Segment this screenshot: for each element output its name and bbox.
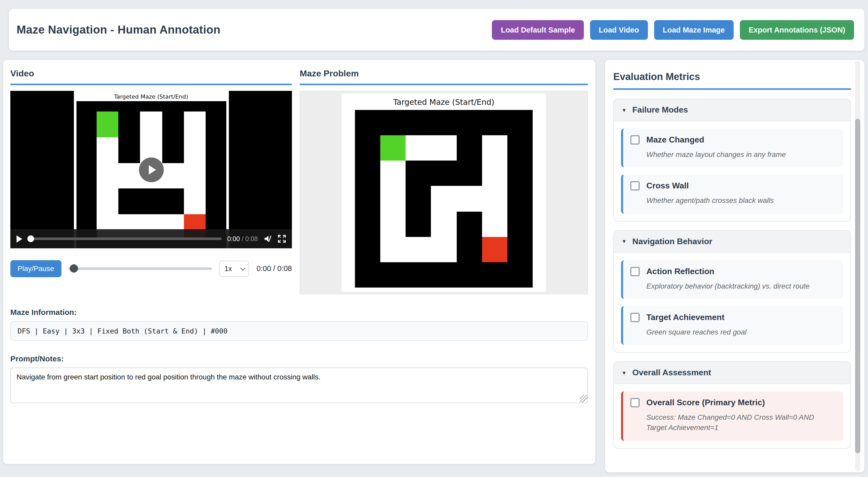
header-buttons: Load Default Sample Load Video Load Maze… [492,20,854,39]
collapse-triangle-icon: ▼ [622,370,627,376]
action-reflection-checkbox[interactable] [630,267,640,276]
chevron-down-icon [241,265,246,270]
metric-description: Whether agent/path crosses black walls [646,195,836,206]
maze-problem-figure: Targeted Maze (Start/End) [342,94,546,292]
metric-label: Target Achievement [646,313,724,322]
maze-problem-box: Targeted Maze (Start/End) [300,91,588,294]
cross-wall-checkbox[interactable] [630,181,640,191]
metric-description: Whether maze layout changes in any frame [646,149,836,160]
metric-description: Green square reaches red goal [646,327,836,337]
maze-figure-title: Targeted Maze (Start/End) [393,96,494,110]
seek-slider-thumb[interactable] [70,264,78,273]
section-title: Overall Assessment [632,368,711,377]
load-video-button[interactable]: Load Video [590,20,648,39]
video-control-bar: 0:00 / 0:08 [10,229,292,248]
maze-problem-graphic [355,110,533,287]
prompt-notes-textarea[interactable]: Navigate from green start position to re… [10,368,588,403]
section-header-overall-assessment[interactable]: ▼ Overall Assessment [614,362,850,384]
overall-score-checkbox[interactable] [630,398,640,407]
play-icon[interactable] [17,235,22,242]
metric-label: Action Reflection [646,267,714,276]
metric-label: Cross Wall [646,181,689,191]
header-bar: Maze Navigation - Human Annotation Load … [9,9,864,50]
maze-information-value: DFS | Easy | 3x3 | Fixed Both (Start & E… [10,321,588,341]
prompt-notes-label: Prompt/Notes: [10,354,588,363]
video-duration: 0:08 [245,235,258,242]
section-header-navigation-behavior[interactable]: ▼ Navigation Behavior [614,231,850,253]
play-icon [149,165,156,174]
metric-item-cross-wall: Cross Wall Whether agent/path crosses bl… [621,175,843,214]
section-overall-assessment: ▼ Overall Assessment Overall Score (Prim… [613,361,851,448]
section-body: Overall Score (Primary Metric) Success: … [614,384,850,448]
video-panel-underline [10,83,292,85]
metrics-scrollbar-track[interactable] [855,61,860,471]
section-title: Failure Modes [632,105,688,114]
video-play-overlay-button[interactable] [139,157,163,182]
metric-label: Maze Changed [646,135,704,144]
fullscreen-icon[interactable] [278,235,286,243]
maze-changed-checkbox[interactable] [630,135,640,144]
evaluation-metrics-underline [613,88,851,90]
metric-item-target-achievement: Target Achievement Green square reaches … [621,306,843,345]
metric-description: Exploratory behavior (backtracking) vs. … [646,280,836,291]
section-body: Maze Changed Whether maze layout changes… [614,121,850,221]
collapse-triangle-icon: ▼ [622,238,627,244]
time-separator: / [242,235,243,242]
playback-speed-select[interactable]: 1x [219,261,249,276]
collapse-triangle-icon: ▼ [622,107,627,113]
section-title: Navigation Behavior [632,237,712,246]
mute-icon[interactable] [264,234,272,243]
play-pause-button[interactable]: Play/Pause [10,260,61,277]
video-time-display: 0:00 / 0:08 [227,235,258,242]
playback-controls-row: Play/Pause 1x 0:00 / 0:08 [10,260,292,277]
target-achievement-checkbox[interactable] [630,313,640,322]
seek-slider-track [69,267,212,270]
load-maze-image-button[interactable]: Load Maze Image [654,20,734,39]
metrics-scrollbar-thumb[interactable] [855,119,860,453]
metric-description: Success: Maze Changed=0 AND Cross Wall=0… [646,412,836,433]
video-player[interactable]: Targeted Maze (Start/End) 0:00 / 0:08 [10,91,292,248]
video-panel-title: Video [10,67,292,79]
export-annotations-button[interactable]: Export Annotations (JSON) [740,20,854,39]
video-panel: Video Targeted Maze (Start/End) [10,67,292,294]
video-figure-title: Targeted Maze (Start/End) [76,92,226,101]
metric-label: Overall Score (Primary Metric) [646,398,765,407]
section-navigation-behavior: ▼ Navigation Behavior Action Reflection … [613,230,851,352]
maze-problem-title: Maze Problem [300,67,588,79]
evaluation-metrics-title: Evaluation Metrics [613,68,851,82]
metric-item-action-reflection: Action Reflection Exploratory behavior (… [621,260,843,299]
playback-speed-value: 1x [224,265,232,272]
load-default-sample-button[interactable]: Load Default Sample [492,20,584,39]
evaluation-metrics-panel: Evaluation Metrics ▼ Failure Modes Maze … [605,60,864,472]
playback-time-display: 0:00 / 0:08 [256,264,292,273]
page-title: Maze Navigation - Human Annotation [17,23,220,36]
video-current-time: 0:00 [227,235,240,242]
annotation-workspace: Video Targeted Maze (Start/End) [3,60,595,464]
section-failure-modes: ▼ Failure Modes Maze Changed Whether maz… [613,99,851,221]
section-body: Action Reflection Exploratory behavior (… [614,253,850,352]
maze-problem-panel: Maze Problem Targeted Maze (Start/End) [300,67,588,294]
video-progress-knob[interactable] [27,235,34,242]
metric-item-maze-changed: Maze Changed Whether maze layout changes… [621,129,843,168]
video-progress-bar[interactable] [28,237,222,240]
maze-problem-underline [300,83,588,85]
seek-slider[interactable] [69,264,212,273]
metric-item-overall-score: Overall Score (Primary Metric) Success: … [621,391,843,441]
app-viewport: Maze Navigation - Human Annotation Load … [0,0,868,477]
maze-information-label: Maze Information: [10,308,588,316]
section-header-failure-modes[interactable]: ▼ Failure Modes [614,99,850,121]
